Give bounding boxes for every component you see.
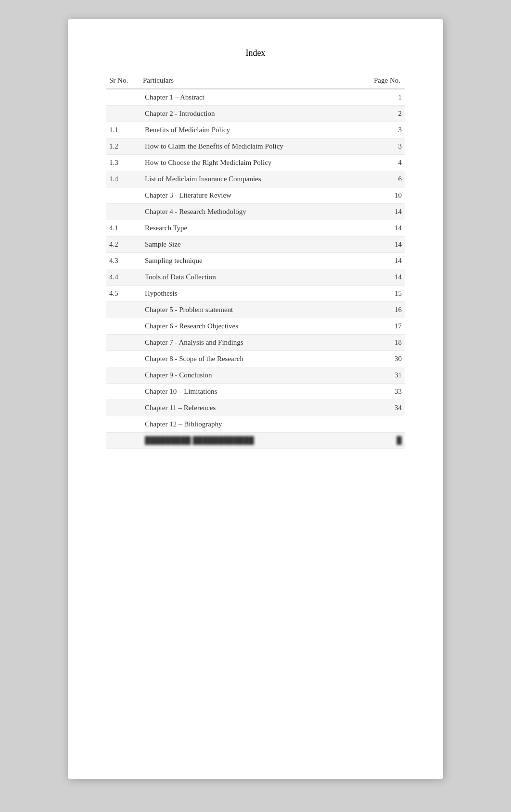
cell-srno (106, 384, 140, 400)
table-row: Chapter 1 – Abstract1 (106, 89, 405, 106)
cell-particulars: Chapter 7 - Analysis and Findings (140, 335, 371, 351)
index-table: Sr No. Particulars Page No. Chapter 1 – … (106, 73, 405, 449)
table-row: 1.3How to Choose the Right Mediclaim Pol… (106, 155, 405, 171)
table-row: 4.5Hypothesis15 (106, 286, 405, 302)
table-row: 4.4Tools of Data Collection14 (106, 269, 405, 286)
cell-srno (106, 351, 140, 367)
table-row: 1.2How to Claim the Benefits of Mediclai… (106, 138, 405, 155)
cell-srno: 4.2 (106, 237, 140, 253)
cell-particulars: Chapter 4 - Research Methodology (140, 204, 371, 220)
cell-pageno: █ (371, 433, 405, 449)
cell-particulars: Chapter 6 - Research Objectives (140, 318, 371, 335)
table-row: 1.1Benefits of Mediclaim Policy3 (106, 122, 405, 138)
cell-srno: 1.4 (106, 171, 140, 187)
cell-srno: 1.3 (106, 155, 140, 171)
cell-srno (106, 204, 140, 220)
cell-pageno (371, 416, 405, 433)
cell-pageno: 6 (371, 171, 405, 187)
table-row: Chapter 9 - Conclusion31 (106, 367, 405, 384)
page-title: Index (106, 48, 405, 58)
cell-particulars: Chapter 11 – References (140, 400, 371, 416)
cell-particulars: Chapter 2 - Introduction (140, 106, 371, 122)
cell-srno (106, 302, 140, 318)
cell-pageno: 14 (371, 237, 405, 253)
cell-srno (106, 318, 140, 335)
cell-pageno: 2 (371, 106, 405, 122)
cell-srno: 4.1 (106, 220, 140, 237)
cell-particulars: How to Claim the Benefits of Mediclaim P… (140, 138, 371, 155)
cell-srno: 4.3 (106, 253, 140, 269)
cell-particulars: Chapter 10 – Limitations (140, 384, 371, 400)
cell-srno (106, 187, 140, 204)
table-row: Chapter 4 - Research Methodology14 (106, 204, 405, 220)
cell-pageno: 14 (371, 253, 405, 269)
col-header-srno: Sr No. (106, 73, 140, 89)
cell-srno (106, 433, 140, 449)
cell-pageno: 1 (371, 89, 405, 106)
table-row: Chapter 5 - Problem statement16 (106, 302, 405, 318)
cell-particulars: █████████ ████████████ (140, 433, 371, 449)
cell-pageno: 10 (371, 187, 405, 204)
table-row: Chapter 2 - Introduction2 (106, 106, 405, 122)
table-row: Chapter 8 - Scope of the Research30 (106, 351, 405, 367)
col-header-pageno: Page No. (371, 73, 405, 89)
cell-particulars: Chapter 12 – Bibliography (140, 416, 371, 433)
cell-pageno: 3 (371, 122, 405, 138)
cell-particulars: Chapter 8 - Scope of the Research (140, 351, 371, 367)
table-row: Chapter 12 – Bibliography (106, 416, 405, 433)
cell-srno: 1.1 (106, 122, 140, 138)
cell-particulars: How to Choose the Right Mediclaim Policy (140, 155, 371, 171)
cell-pageno: 14 (371, 269, 405, 286)
cell-pageno: 30 (371, 351, 405, 367)
cell-srno: 1.2 (106, 138, 140, 155)
table-row: █████████ █████████████ (106, 433, 405, 449)
cell-particulars: Chapter 1 – Abstract (140, 89, 371, 106)
cell-srno: 4.5 (106, 286, 140, 302)
table-header-row: Sr No. Particulars Page No. (106, 73, 405, 89)
cell-particulars: Chapter 9 - Conclusion (140, 367, 371, 384)
cell-particulars: List of Mediclaim Insurance Companies (140, 171, 371, 187)
cell-pageno: 3 (371, 138, 405, 155)
cell-pageno: 34 (371, 400, 405, 416)
cell-srno: 4.4 (106, 269, 140, 286)
cell-particulars: Research Type (140, 220, 371, 237)
table-row: 4.2Sample Size14 (106, 237, 405, 253)
table-row: Chapter 10 – Limitations33 (106, 384, 405, 400)
cell-pageno: 4 (371, 155, 405, 171)
cell-particulars: Sampling technique (140, 253, 371, 269)
cell-pageno: 16 (371, 302, 405, 318)
cell-particulars: Benefits of Mediclaim Policy (140, 122, 371, 138)
cell-srno (106, 400, 140, 416)
cell-srno (106, 335, 140, 351)
table-row: 4.3Sampling technique14 (106, 253, 405, 269)
table-row: Chapter 7 - Analysis and Findings18 (106, 335, 405, 351)
table-row: Chapter 11 – References34 (106, 400, 405, 416)
col-header-particulars: Particulars (140, 73, 371, 89)
cell-srno (106, 367, 140, 384)
cell-particulars: Sample Size (140, 237, 371, 253)
cell-pageno: 31 (371, 367, 405, 384)
table-row: Chapter 6 - Research Objectives17 (106, 318, 405, 335)
cell-pageno: 33 (371, 384, 405, 400)
cell-particulars: Hypothesis (140, 286, 371, 302)
table-row: 1.4List of Mediclaim Insurance Companies… (106, 171, 405, 187)
cell-pageno: 18 (371, 335, 405, 351)
cell-pageno: 14 (371, 204, 405, 220)
cell-srno (106, 106, 140, 122)
document-page: Index Sr No. Particulars Page No. Chapte… (68, 19, 443, 779)
cell-pageno: 15 (371, 286, 405, 302)
cell-srno (106, 416, 140, 433)
table-row: Chapter 3 - Literature Review10 (106, 187, 405, 204)
cell-particulars: Chapter 5 - Problem statement (140, 302, 371, 318)
cell-particulars: Tools of Data Collection (140, 269, 371, 286)
cell-particulars: Chapter 3 - Literature Review (140, 187, 371, 204)
cell-srno (106, 89, 140, 106)
cell-pageno: 14 (371, 220, 405, 237)
cell-pageno: 17 (371, 318, 405, 335)
table-row: 4.1Research Type14 (106, 220, 405, 237)
